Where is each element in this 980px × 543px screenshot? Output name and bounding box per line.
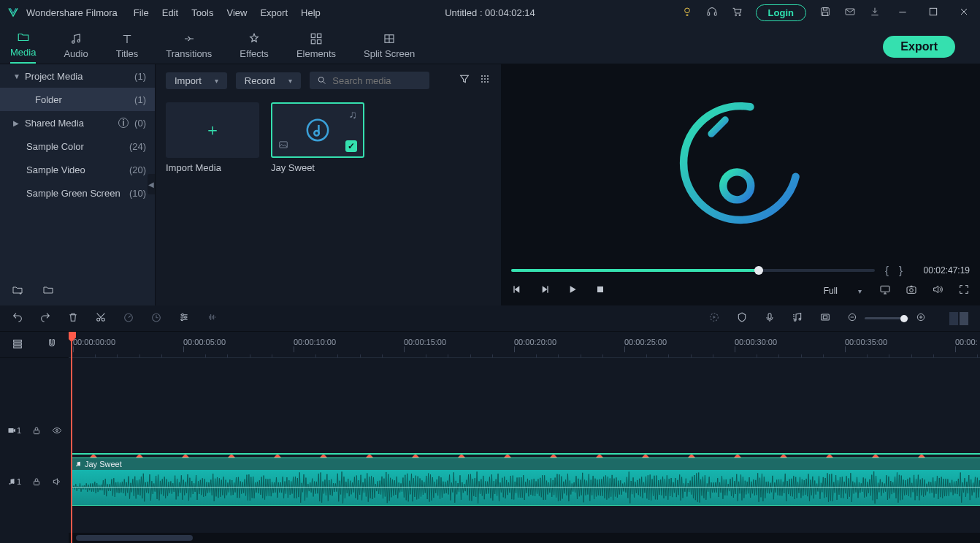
speaker-icon[interactable] [52,476,62,487]
svg-point-11 [77,39,80,42]
voiceover-icon[interactable] [764,311,776,326]
menu-tools[interactable]: Tools [191,7,213,18]
svg-point-40 [125,314,133,322]
svg-point-48 [799,318,801,320]
svg-point-4 [739,14,740,15]
menu-export[interactable]: Export [260,7,288,18]
sidebar-item-sample-green[interactable]: Sample Green Screen (10) [0,181,155,205]
audio-track[interactable]: Jay Sweet [69,456,980,507]
tab-transitions-label: Transitions [166,48,212,59]
sidebar-item-shared-media[interactable]: ▶ Shared Media i (0) [0,111,155,134]
monitor-icon[interactable] [879,284,891,298]
zoom-slider[interactable] [865,317,908,319]
tab-titles[interactable]: Titles [116,32,139,64]
window-maximize[interactable] [925,4,942,21]
login-button[interactable]: Login [756,4,806,21]
note-icon: ♫ [349,108,357,121]
undo-icon[interactable] [12,311,23,326]
audio-track-header[interactable]: 1 [0,456,69,507]
tips-icon[interactable] [681,6,693,20]
timeline-scrollbar[interactable] [69,533,980,543]
duration-icon[interactable] [150,311,162,326]
tab-transitions[interactable]: Transitions [166,32,212,64]
svg-rect-13 [317,34,321,37]
filter-icon[interactable] [459,73,470,88]
lock-icon[interactable] [31,425,42,436]
crop-icon[interactable] [819,311,831,326]
delete-icon[interactable] [67,311,79,326]
media-tile-jay-sweet[interactable]: ♫ ✓ Jay Sweet [271,102,364,173]
playhead[interactable] [71,332,72,543]
play-button[interactable] [567,284,578,298]
export-button[interactable]: Export [883,36,955,58]
menu-edit[interactable]: Edit [162,7,178,18]
window-minimize[interactable] [894,4,911,21]
svg-point-38 [97,318,100,321]
video-track[interactable] [69,405,980,456]
audio-wave-icon[interactable] [206,311,218,326]
mark-out-button[interactable]: } [899,264,903,276]
zoom-in-icon[interactable] [916,312,926,325]
timeline-panel: 1 1 00:00:00:0000:00:05:0000:00:10:0000:… [0,305,980,543]
eye-icon[interactable] [52,425,62,436]
menu-file[interactable]: File [134,7,149,18]
tab-media[interactable]: Media [10,31,36,64]
import-media-tile[interactable]: ＋ Import Media [166,102,259,173]
audio-clip-jay-sweet[interactable]: Jay Sweet [71,457,980,506]
tab-effects[interactable]: Effects [240,32,269,64]
sidebar-item-project-media[interactable]: ▼ Project Media (1) [0,64,155,88]
next-frame-button[interactable] [539,284,551,298]
preview-time: 00:02:47:19 [913,265,970,276]
save-icon[interactable] [819,6,831,20]
volume-icon[interactable] [932,284,943,298]
magnet-icon[interactable] [46,338,58,352]
svg-point-28 [314,131,319,136]
timeline-ruler[interactable]: 00:00:00:0000:00:05:0000:00:10:0000:00:1… [69,332,980,358]
tab-elements[interactable]: Elements [296,32,336,64]
snapshot-icon[interactable] [906,284,917,298]
lock-icon[interactable] [31,476,42,487]
headphone-icon[interactable] [706,6,718,20]
sidebar-item-sample-video[interactable]: Sample Video (20) [0,158,155,181]
import-dropdown[interactable]: Import▾ [166,72,227,89]
preview-quality-select[interactable]: Full▾ [824,286,865,296]
import-label: Import [175,75,202,86]
tab-splitscreen[interactable]: Split Screen [364,32,415,64]
media-tile-label: Jay Sweet [271,162,364,173]
speed-icon[interactable] [123,311,134,326]
record-dropdown[interactable]: Record▾ [236,72,301,89]
prev-frame-button[interactable] [511,284,523,298]
grid-view-icon[interactable] [479,73,491,88]
video-track-header[interactable]: 1 [0,405,69,456]
sidebar-collapse-handle[interactable]: ◀ [148,174,155,194]
adjust-icon[interactable] [178,311,190,326]
preview-progress-bar[interactable] [511,269,875,272]
mark-in-button[interactable]: { [885,264,889,276]
zoom-out-icon[interactable] [847,312,857,325]
fullscreen-icon[interactable] [958,284,970,298]
mixer-icon[interactable] [792,311,803,326]
stack-icon[interactable] [12,338,23,352]
preview-quality-label: Full [824,286,838,296]
menu-help[interactable]: Help [301,7,321,18]
cut-icon[interactable] [95,311,107,326]
stop-button[interactable] [594,284,606,298]
window-close[interactable] [955,4,973,21]
redo-icon[interactable] [39,311,51,326]
menu-view[interactable]: View [226,7,247,18]
marker-icon[interactable] [736,311,748,326]
app-logo [7,6,20,19]
folder-icon[interactable] [42,284,54,298]
svg-point-18 [481,75,483,77]
sidebar-item-sample-color[interactable]: Sample Color (24) [0,134,155,158]
svg-rect-53 [13,340,21,342]
mail-icon[interactable] [844,6,856,20]
download-icon[interactable] [869,6,881,20]
render-icon[interactable] [708,311,720,326]
cart-icon[interactable] [731,6,743,20]
search-input[interactable] [332,75,421,86]
sidebar-item-folder[interactable]: Folder (1) [0,88,155,111]
tab-audio[interactable]: Audio [64,32,88,64]
new-folder-icon[interactable] [12,284,23,298]
timeline-view-toggle[interactable] [949,312,968,325]
